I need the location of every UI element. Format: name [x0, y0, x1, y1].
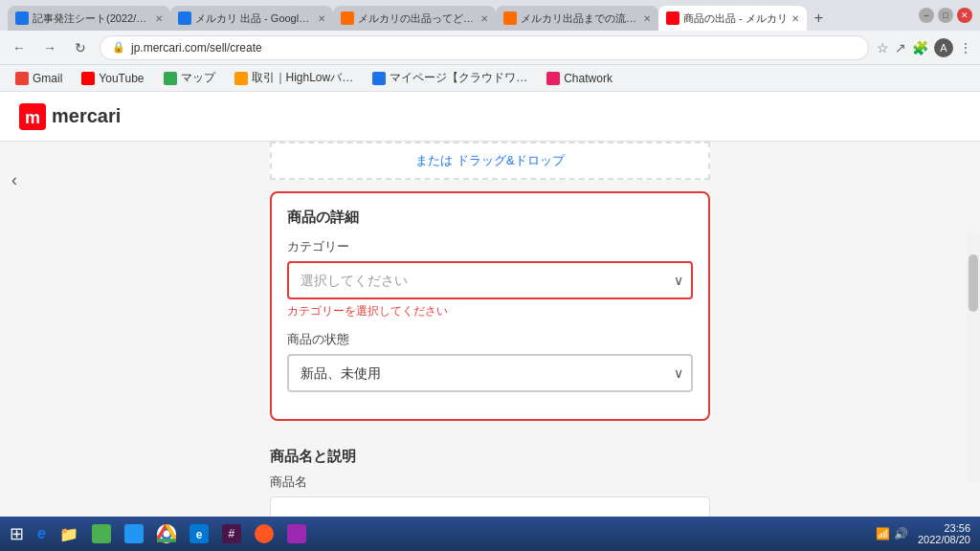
bookmark-star-icon[interactable]: ☆ [877, 40, 889, 55]
minimize-button[interactable]: – [919, 8, 934, 23]
taskbar-explorer[interactable]: 📁 [54, 520, 84, 547]
condition-field-group: 商品の状態 新品、未使用 ∨ [287, 331, 693, 392]
bookmark-youtube[interactable]: YouTube [74, 70, 151, 87]
upload-hint-area[interactable]: または ドラッグ&ドロップ [270, 142, 710, 180]
page-content: m mercari ‹ または ドラッグ&ドロップ 商品の詳細 カテゴリー [0, 92, 980, 517]
product-name-field-group: 商品名 0 / 40 [270, 474, 710, 517]
tab-5-close[interactable]: ✕ [791, 13, 799, 24]
lock-icon: 🔒 [112, 41, 125, 54]
maximize-button[interactable]: □ [938, 8, 953, 23]
start-button[interactable]: ⊞ [4, 520, 30, 547]
url-text: jp.mercari.com/sell/create [131, 41, 262, 55]
bookmark-youtube-label: YouTube [99, 72, 144, 85]
share-icon[interactable]: ↗ [895, 40, 906, 55]
system-icons: 📶 🔊 [876, 527, 908, 540]
app3-icon [92, 524, 111, 543]
scrollbar-thumb[interactable] [969, 254, 978, 312]
refresh-button[interactable]: ↻ [69, 36, 92, 59]
category-error-text: カテゴリーを選択してください [287, 303, 693, 320]
titlebar: 記事発注シート(2022/08/01-… ✕ メルカリ 出品 - Google … [0, 0, 980, 31]
taskbar-ie[interactable]: e [32, 520, 52, 547]
main-area: ‹ または ドラッグ&ドロップ 商品の詳細 カテゴリー 選択してください ∨ [0, 142, 980, 517]
taskbar-app9[interactable] [281, 520, 312, 547]
tab-1[interactable]: 記事発注シート(2022/08/01-… ✕ [8, 6, 170, 31]
taskbar-app4[interactable] [119, 520, 149, 547]
menu-icon[interactable]: ⋮ [959, 40, 972, 55]
bookmark-maps[interactable]: マップ [156, 68, 223, 88]
svg-text:m: m [25, 108, 40, 127]
condition-select-wrapper: 新品、未使用 ∨ [287, 354, 693, 392]
taskbar: ⊞ e 📁 e # [0, 517, 980, 551]
slack-icon: # [222, 524, 241, 543]
youtube-icon [81, 72, 95, 85]
mercari-header: m mercari [0, 92, 980, 142]
mercari-logo-icon: m [19, 103, 46, 130]
condition-label: 商品の状態 [287, 331, 693, 348]
upload-hint-text: または ドラッグ&ドロップ [415, 152, 564, 169]
tab-3[interactable]: メルカリの出品ってどうやるの？初… ✕ [333, 6, 496, 31]
category-field-group: カテゴリー 選択してください ∨ カテゴリーを選択してください [287, 238, 693, 320]
back-arrow-button[interactable]: ‹ [11, 170, 17, 190]
product-details-card: 商品の詳細 カテゴリー 選択してください ∨ カテゴリーを選択してください 商品… [270, 191, 710, 421]
clock-date: 2022/08/20 [918, 534, 970, 545]
product-name-section: 商品名と説明 商品名 0 / 40 商品の説明 任意 [270, 436, 710, 517]
bookmark-mypage-label: マイページ【クラウドワ… [390, 70, 527, 86]
chrome-icon [157, 524, 176, 543]
bookmark-gmail-label: Gmail [33, 72, 62, 85]
tab-1-title: 記事発注シート(2022/08/01-… [33, 11, 151, 26]
tab-bar: 記事発注シート(2022/08/01-… ✕ メルカリ 出品 - Google … [8, 0, 907, 31]
network-icon: 📶 [876, 527, 890, 540]
mercari-logo: m mercari [19, 103, 121, 130]
taskbar-chrome[interactable] [151, 520, 182, 547]
bookmark-mypage[interactable]: マイページ【クラウドワ… [365, 68, 535, 88]
taskbar-app3[interactable] [86, 520, 117, 547]
product-name-input[interactable] [270, 496, 710, 517]
category-select[interactable]: 選択してください [287, 261, 693, 299]
bookmark-trading[interactable]: 取引｜HighLowバ… [227, 68, 362, 88]
edge-icon: e [189, 524, 209, 543]
extension-icon[interactable]: 🧩 [912, 40, 928, 55]
url-bar[interactable]: 🔒 jp.mercari.com/sell/create [100, 35, 869, 60]
mercari-logo-text: mercari [52, 105, 121, 127]
tab-1-favicon [15, 11, 29, 25]
address-right-icons: ☆ ↗ 🧩 A ⋮ [877, 38, 972, 57]
volume-icon: 🔊 [894, 527, 908, 540]
forward-button[interactable]: → [38, 36, 61, 59]
taskbar-edge[interactable]: e [184, 520, 214, 547]
bookmark-chatwork[interactable]: Chatwork [539, 70, 620, 87]
tab-2-title: メルカリ 出品 - Google ドキュメ… [195, 11, 314, 26]
app9-icon [287, 524, 306, 543]
scrollbar[interactable] [967, 233, 980, 482]
taskbar-slack[interactable]: # [216, 520, 247, 547]
tab-5-favicon [666, 11, 679, 25]
condition-select[interactable]: 新品、未使用 [287, 354, 693, 392]
bookmarks-bar: Gmail YouTube マップ 取引｜HighLowバ… マイページ【クラウ… [0, 65, 980, 92]
bookmark-gmail[interactable]: Gmail [8, 70, 70, 87]
product-name-section-title: 商品名と説明 [270, 448, 710, 466]
tab-5-title: 商品の出品 - メルカリ [683, 11, 788, 26]
category-label: カテゴリー [287, 238, 693, 255]
tab-1-close[interactable]: ✕ [155, 13, 163, 24]
new-tab-button[interactable]: + [807, 6, 834, 31]
bookmark-trading-label: 取引｜HighLowバ… [252, 70, 354, 86]
tab-3-close[interactable]: ✕ [480, 13, 488, 24]
trading-icon [234, 72, 248, 85]
tab-2[interactable]: メルカリ 出品 - Google ドキュメ… ✕ [170, 6, 333, 31]
tab-4[interactable]: メルカリ出品までの流れ・売り方… ✕ [496, 6, 658, 31]
close-button[interactable]: ✕ [957, 8, 972, 23]
bookmark-maps-label: マップ [181, 70, 215, 86]
window-controls: – □ ✕ [919, 8, 972, 23]
tab-2-close[interactable]: ✕ [318, 13, 325, 24]
app4-icon [124, 524, 144, 543]
profile-icon[interactable]: A [934, 38, 953, 57]
tab-5[interactable]: 商品の出品 - メルカリ ✕ [658, 6, 807, 31]
back-button[interactable]: ← [8, 36, 31, 59]
app8-icon [255, 524, 274, 543]
tab-4-close[interactable]: ✕ [643, 13, 651, 24]
tab-2-favicon [178, 11, 191, 25]
address-bar: ← → ↻ 🔒 jp.mercari.com/sell/create ☆ ↗ 🧩… [0, 31, 980, 65]
chatwork-icon [546, 72, 560, 85]
bookmark-chatwork-label: Chatwork [564, 72, 612, 85]
taskbar-app8[interactable] [249, 520, 279, 547]
tab-4-favicon [503, 11, 517, 25]
